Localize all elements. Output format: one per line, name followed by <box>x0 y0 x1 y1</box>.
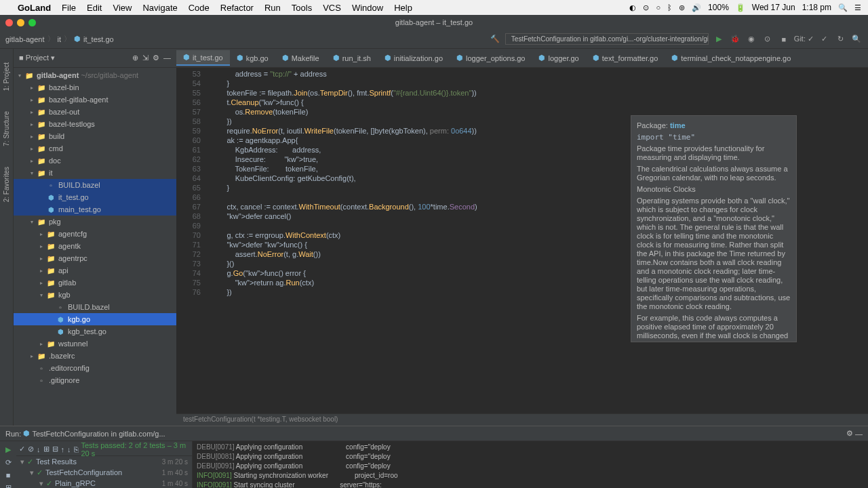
menu-refactor[interactable]: Refactor <box>220 3 254 13</box>
favorites-tool-tab[interactable]: 2: Favorites <box>3 167 10 202</box>
collapse-icon[interactable]: ⊟ <box>52 445 58 453</box>
menu-navigate[interactable]: Navigate <box>142 3 177 13</box>
editor-tab[interactable]: ⬢logger.go <box>532 51 585 65</box>
tree-file[interactable]: ▫.gitignore <box>14 374 176 386</box>
editor-tab[interactable]: ⬢terminal_check_notappengine.go <box>665 51 797 65</box>
test-result-item[interactable]: ▾✓Plain_gRPC1 m 40 s <box>16 478 192 488</box>
tree-file[interactable]: ⬢it_test.go <box>14 191 176 203</box>
menu-edit[interactable]: Edit <box>87 3 102 13</box>
menu-code[interactable]: Code <box>189 3 210 13</box>
next-icon[interactable]: ↓ <box>67 445 71 453</box>
wifi-icon[interactable]: ⊚ <box>679 3 685 12</box>
run-settings-icon[interactable]: ⚙ <box>846 429 853 438</box>
breadcrumb[interactable]: gitlab-agent〉 it〉 ⬢ it_test.go <box>5 34 114 44</box>
editor-tab[interactable]: ⬢initialization.go <box>378 51 450 65</box>
tree-folder[interactable]: ▸📁bazel-out <box>14 106 176 118</box>
speaker-icon[interactable]: 🔊 <box>692 3 701 12</box>
run-console[interactable]: DEBU[0071] Applying configuration config… <box>193 441 868 488</box>
search-icon[interactable]: 🔍 <box>850 35 863 43</box>
tree-file[interactable]: ⬢kgb.go <box>14 313 176 325</box>
menu-icon[interactable]: ☰ <box>854 3 861 12</box>
hide-icon[interactable]: — <box>163 54 171 62</box>
structure-tool-tab[interactable]: 7: Structure <box>3 111 10 146</box>
editor-breadcrumb[interactable]: testFetchConfiguration(t *testing.T, web… <box>176 413 868 426</box>
tree-file[interactable]: ▫BUILD.bazel <box>14 301 176 313</box>
time[interactable]: 1:18 pm <box>802 3 831 12</box>
editor-tab[interactable]: ⬢it_test.go <box>176 50 230 66</box>
tree-folder[interactable]: ▾📁pkg <box>14 216 176 228</box>
tree-folder[interactable]: ▸📁agentcfg <box>14 228 176 240</box>
documentation-popup[interactable]: Package: time import "time" Package time… <box>631 115 797 342</box>
export-icon[interactable]: ⎘ <box>74 445 79 453</box>
expand-icon[interactable]: ⊞ <box>43 445 50 453</box>
tree-folder[interactable]: ▸📁gitlab <box>14 277 176 289</box>
tree-folder[interactable]: ▸📁agentrpc <box>14 252 176 264</box>
menu-view[interactable]: View <box>113 3 132 13</box>
close-window-button[interactable] <box>5 19 13 26</box>
bluetooth-icon[interactable]: ᛒ <box>667 3 672 12</box>
test-tree[interactable]: ✓ ⊘ ↓ ⊞ ⊟ ↑ ↓ ⎘ Tests passed: 2 of 2 tes… <box>16 441 193 488</box>
maximize-window-button[interactable] <box>28 19 36 26</box>
pass-icon[interactable]: ✓ <box>19 445 25 453</box>
tree-folder[interactable]: ▸📁api <box>14 264 176 277</box>
tree-file[interactable]: ⬢kgb_test.go <box>14 325 176 338</box>
collapse-icon[interactable]: ⇲ <box>142 54 149 62</box>
date[interactable]: Wed 17 Jun <box>752 3 795 12</box>
menu-run[interactable]: Run <box>264 3 281 13</box>
git-label[interactable]: Git: ✓ <box>794 35 814 43</box>
menu-help[interactable]: Help <box>394 3 412 13</box>
menu-tools[interactable]: Tools <box>292 3 312 13</box>
stop-button[interactable]: ■ <box>6 471 11 479</box>
tree-file[interactable]: ▫BUILD.bazel <box>14 179 176 191</box>
menu-vcs[interactable]: VCS <box>323 3 341 13</box>
stop-button[interactable]: ■ <box>778 35 790 43</box>
tree-folder[interactable]: ▾📁it <box>14 167 176 179</box>
editor-tabs[interactable]: ⬢it_test.go⬢kgb.go⬢Makefile⬢run_it.sh⬢in… <box>176 49 868 68</box>
editor-tab[interactable]: ⬢text_formatter.go <box>586 51 665 65</box>
tree-folder[interactable]: ▾📁kgb <box>14 289 176 301</box>
app-name[interactable]: GoLand <box>18 3 51 13</box>
tree-folder[interactable]: ▸📁wstunnel <box>14 338 176 350</box>
search-icon[interactable]: 🔍 <box>838 3 848 12</box>
test-result-item[interactable]: ▾✓TestFetchConfiguration1 m 40 s <box>16 467 192 478</box>
project-tool-tab[interactable]: 1: Project <box>3 62 10 91</box>
tree-folder[interactable]: ▸📁bazel-testlogs <box>14 118 176 130</box>
coverage-button[interactable]: ◉ <box>745 35 757 43</box>
layout-button[interactable]: ⊞ <box>5 483 12 488</box>
breadcrumb-item[interactable]: it_test.go <box>83 35 114 43</box>
editor-tab[interactable]: ⬢Makefile <box>275 51 326 65</box>
vcs-history-icon[interactable]: ↻ <box>834 35 846 43</box>
minimize-window-button[interactable] <box>17 19 24 26</box>
status-icon[interactable]: ○ <box>656 3 660 12</box>
tree-file[interactable]: ▫.editorconfig <box>14 362 176 374</box>
project-tree[interactable]: ▾📁 gitlab-agent ~/src/gitlab-agent ▸📁baz… <box>14 68 176 426</box>
tree-root[interactable]: ▾📁 gitlab-agent ~/src/gitlab-agent <box>14 69 176 81</box>
breadcrumb-item[interactable]: gitlab-agent <box>5 35 45 43</box>
editor-tab[interactable]: ⬢kgb.go <box>230 51 275 65</box>
editor-tab[interactable]: ⬢run_it.sh <box>326 51 378 65</box>
status-icon[interactable]: ⊙ <box>643 3 649 12</box>
debug-button[interactable]: 🐞 <box>729 35 741 43</box>
tree-folder[interactable]: ▸📁.bazelrc <box>14 350 176 362</box>
rerun-button[interactable]: ▶ <box>5 445 11 454</box>
profile-button[interactable]: ⊙ <box>762 35 774 43</box>
tree-folder[interactable]: ▸📁bazel-bin <box>14 81 176 94</box>
tree-folder[interactable]: ▸📁cmd <box>14 142 176 155</box>
run-hide-icon[interactable]: — <box>855 430 863 438</box>
tree-folder[interactable]: ▸📁agentk <box>14 240 176 252</box>
tree-folder[interactable]: ▸📁bazel-gitlab-agent <box>14 94 176 106</box>
vcs-update-icon[interactable]: ✓ <box>818 35 830 43</box>
sort-icon[interactable]: ↓ <box>37 445 41 453</box>
menu-window[interactable]: Window <box>352 3 383 13</box>
run-button[interactable]: ▶ <box>713 35 725 43</box>
settings-icon[interactable]: ⚙ <box>153 54 159 62</box>
toggle-button[interactable]: ⟳ <box>5 458 12 467</box>
tree-folder[interactable]: ▸📁doc <box>14 155 176 167</box>
run-config-select[interactable]: TestFetchConfiguration in gitlab.com/gi.… <box>505 33 709 45</box>
menu-file[interactable]: File <box>62 3 76 13</box>
tree-folder[interactable]: ▸📁build <box>14 130 176 142</box>
editor-tab[interactable]: ⬢logger_options.go <box>450 51 532 65</box>
locate-icon[interactable]: ⊕ <box>132 54 138 62</box>
status-icon[interactable]: ◐ <box>629 3 636 12</box>
test-result-item[interactable]: ▾✓Test Results3 m 20 s <box>16 456 192 467</box>
